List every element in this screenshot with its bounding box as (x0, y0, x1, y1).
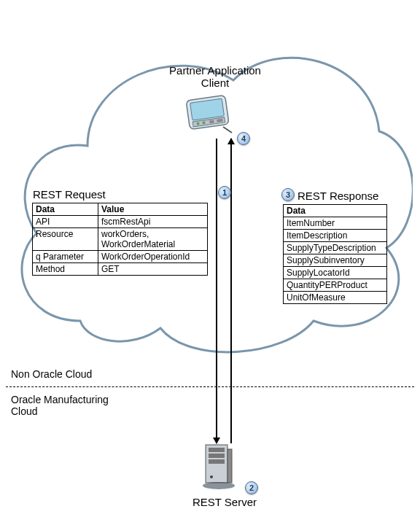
marker-3: 3 (281, 188, 295, 201)
request-cell: Method (33, 263, 98, 276)
request-header-data: Data (33, 203, 98, 216)
server-icon (201, 443, 241, 491)
arrow-response-up (230, 139, 232, 443)
svg-rect-11 (209, 448, 225, 452)
arrow-request-down (216, 139, 217, 443)
pda-icon (182, 95, 233, 135)
zone-oracle-manufacturing-cloud: Oracle Manufacturing Cloud (11, 394, 113, 417)
marker-4: 4 (237, 132, 250, 145)
request-cell: Resource (33, 228, 98, 251)
rest-request-table: Data Value API fscmRestApi Resource work… (32, 203, 208, 276)
client-label-line2: Client (153, 77, 277, 89)
request-cell: fscmRestApi (98, 216, 208, 228)
response-cell: SupplyTypeDescription (284, 242, 387, 254)
svg-rect-10 (228, 449, 232, 483)
response-header: Data (284, 205, 387, 217)
marker-2: 2 (245, 481, 258, 494)
zone-non-oracle-cloud: Non Oracle Cloud (11, 368, 92, 380)
marker-1: 1 (218, 186, 231, 199)
diagram-stage: Partner Application Client REST Request … (0, 0, 420, 525)
svg-point-15 (203, 482, 235, 489)
request-cell: q Parameter (33, 251, 98, 263)
client-label-line1: Partner Application (153, 64, 277, 77)
rest-response-table: Data ItemNumber ItemDescription SupplyTy… (283, 204, 387, 304)
request-header-value: Value (98, 203, 208, 216)
svg-rect-13 (209, 459, 225, 464)
svg-rect-5 (209, 120, 214, 123)
svg-point-14 (210, 475, 213, 478)
server-label: REST Server (166, 496, 283, 508)
response-cell: QuantityPERProduct (284, 279, 387, 292)
request-cell: API (33, 216, 98, 228)
response-cell: SupplySubinventory (284, 254, 387, 267)
svg-rect-12 (209, 454, 225, 458)
client-label: Partner Application Client (153, 64, 277, 89)
request-cell: GET (98, 263, 208, 276)
request-cell: WorkOrderOperationId (98, 251, 208, 263)
response-cell: SupplyLocatorId (284, 267, 387, 279)
request-cell: workOrders, WorkOrderMaterial (98, 228, 208, 251)
response-cell: ItemDescription (284, 230, 387, 242)
svg-line-7 (223, 127, 232, 133)
rest-request-title: REST Request (33, 188, 106, 201)
zone-separator (6, 386, 414, 387)
rest-response-title: REST Response (298, 190, 378, 202)
response-cell: ItemNumber (284, 217, 387, 230)
response-cell: UnitOfMeasure (284, 292, 387, 304)
